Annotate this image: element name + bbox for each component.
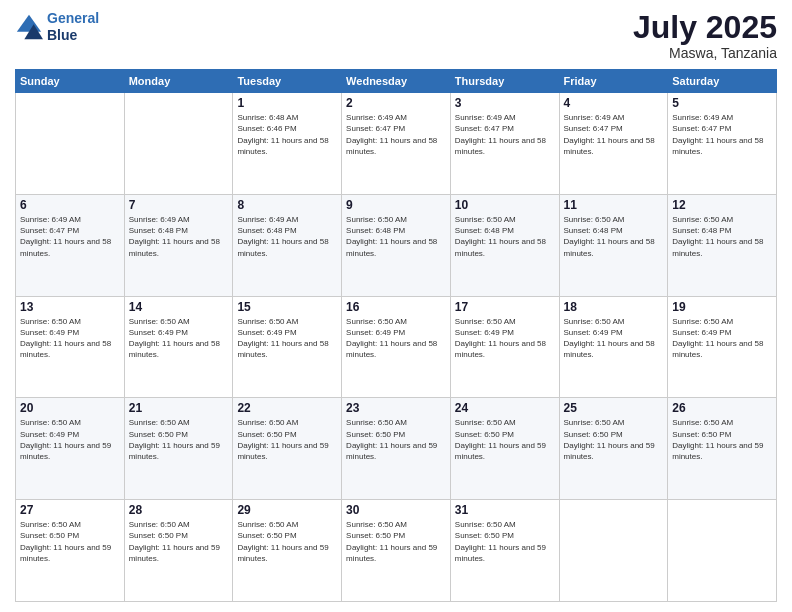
table-row: 19Sunrise: 6:50 AM Sunset: 6:49 PM Dayli… [668,296,777,398]
calendar-week-3: 20Sunrise: 6:50 AM Sunset: 6:49 PM Dayli… [16,398,777,500]
table-row: 23Sunrise: 6:50 AM Sunset: 6:50 PM Dayli… [342,398,451,500]
day-number: 24 [455,401,555,415]
day-info: Sunrise: 6:50 AM Sunset: 6:49 PM Dayligh… [20,316,120,361]
day-number: 30 [346,503,446,517]
location: Maswa, Tanzania [633,45,777,61]
day-number: 14 [129,300,229,314]
table-row: 9Sunrise: 6:50 AM Sunset: 6:48 PM Daylig… [342,194,451,296]
table-row: 28Sunrise: 6:50 AM Sunset: 6:50 PM Dayli… [124,500,233,602]
day-info: Sunrise: 6:50 AM Sunset: 6:50 PM Dayligh… [564,417,664,462]
svg-marker-0 [17,15,41,32]
day-info: Sunrise: 6:50 AM Sunset: 6:49 PM Dayligh… [20,417,120,462]
table-row: 15Sunrise: 6:50 AM Sunset: 6:49 PM Dayli… [233,296,342,398]
table-row: 24Sunrise: 6:50 AM Sunset: 6:50 PM Dayli… [450,398,559,500]
day-number: 20 [20,401,120,415]
table-row: 12Sunrise: 6:50 AM Sunset: 6:48 PM Dayli… [668,194,777,296]
table-row: 7Sunrise: 6:49 AM Sunset: 6:48 PM Daylig… [124,194,233,296]
logo-icon [15,13,43,41]
day-number: 18 [564,300,664,314]
day-info: Sunrise: 6:49 AM Sunset: 6:47 PM Dayligh… [346,112,446,157]
table-row: 26Sunrise: 6:50 AM Sunset: 6:50 PM Dayli… [668,398,777,500]
table-row: 27Sunrise: 6:50 AM Sunset: 6:50 PM Dayli… [16,500,125,602]
day-number: 23 [346,401,446,415]
day-info: Sunrise: 6:50 AM Sunset: 6:49 PM Dayligh… [672,316,772,361]
table-row: 11Sunrise: 6:50 AM Sunset: 6:48 PM Dayli… [559,194,668,296]
table-row: 16Sunrise: 6:50 AM Sunset: 6:49 PM Dayli… [342,296,451,398]
day-info: Sunrise: 6:50 AM Sunset: 6:50 PM Dayligh… [237,519,337,564]
table-row [124,93,233,195]
table-row: 8Sunrise: 6:49 AM Sunset: 6:48 PM Daylig… [233,194,342,296]
day-number: 25 [564,401,664,415]
day-info: Sunrise: 6:50 AM Sunset: 6:50 PM Dayligh… [455,417,555,462]
table-row: 18Sunrise: 6:50 AM Sunset: 6:49 PM Dayli… [559,296,668,398]
day-info: Sunrise: 6:49 AM Sunset: 6:48 PM Dayligh… [237,214,337,259]
table-row: 2Sunrise: 6:49 AM Sunset: 6:47 PM Daylig… [342,93,451,195]
day-number: 22 [237,401,337,415]
title-block: July 2025 Maswa, Tanzania [633,10,777,61]
day-number: 2 [346,96,446,110]
day-number: 13 [20,300,120,314]
day-info: Sunrise: 6:49 AM Sunset: 6:47 PM Dayligh… [20,214,120,259]
table-row: 13Sunrise: 6:50 AM Sunset: 6:49 PM Dayli… [16,296,125,398]
day-info: Sunrise: 6:49 AM Sunset: 6:48 PM Dayligh… [129,214,229,259]
day-number: 8 [237,198,337,212]
logo-text: General Blue [47,10,99,44]
day-info: Sunrise: 6:49 AM Sunset: 6:47 PM Dayligh… [455,112,555,157]
calendar-week-1: 6Sunrise: 6:49 AM Sunset: 6:47 PM Daylig… [16,194,777,296]
table-row [559,500,668,602]
calendar: Sunday Monday Tuesday Wednesday Thursday… [15,69,777,602]
day-info: Sunrise: 6:50 AM Sunset: 6:49 PM Dayligh… [564,316,664,361]
table-row: 25Sunrise: 6:50 AM Sunset: 6:50 PM Dayli… [559,398,668,500]
day-info: Sunrise: 6:50 AM Sunset: 6:48 PM Dayligh… [346,214,446,259]
day-info: Sunrise: 6:50 AM Sunset: 6:50 PM Dayligh… [455,519,555,564]
day-number: 27 [20,503,120,517]
table-row: 30Sunrise: 6:50 AM Sunset: 6:50 PM Dayli… [342,500,451,602]
day-number: 7 [129,198,229,212]
table-row: 10Sunrise: 6:50 AM Sunset: 6:48 PM Dayli… [450,194,559,296]
day-number: 31 [455,503,555,517]
table-row: 5Sunrise: 6:49 AM Sunset: 6:47 PM Daylig… [668,93,777,195]
day-number: 28 [129,503,229,517]
day-number: 16 [346,300,446,314]
col-thursday: Thursday [450,70,559,93]
table-row: 6Sunrise: 6:49 AM Sunset: 6:47 PM Daylig… [16,194,125,296]
day-info: Sunrise: 6:50 AM Sunset: 6:49 PM Dayligh… [346,316,446,361]
month-title: July 2025 [633,10,777,45]
day-info: Sunrise: 6:50 AM Sunset: 6:50 PM Dayligh… [237,417,337,462]
day-number: 11 [564,198,664,212]
table-row: 22Sunrise: 6:50 AM Sunset: 6:50 PM Dayli… [233,398,342,500]
day-info: Sunrise: 6:50 AM Sunset: 6:50 PM Dayligh… [129,519,229,564]
col-tuesday: Tuesday [233,70,342,93]
day-number: 15 [237,300,337,314]
calendar-week-2: 13Sunrise: 6:50 AM Sunset: 6:49 PM Dayli… [16,296,777,398]
day-info: Sunrise: 6:50 AM Sunset: 6:49 PM Dayligh… [129,316,229,361]
day-info: Sunrise: 6:50 AM Sunset: 6:49 PM Dayligh… [455,316,555,361]
day-number: 17 [455,300,555,314]
table-row: 29Sunrise: 6:50 AM Sunset: 6:50 PM Dayli… [233,500,342,602]
day-number: 1 [237,96,337,110]
day-info: Sunrise: 6:50 AM Sunset: 6:50 PM Dayligh… [20,519,120,564]
col-saturday: Saturday [668,70,777,93]
day-number: 3 [455,96,555,110]
page: General Blue July 2025 Maswa, Tanzania S… [0,0,792,612]
col-friday: Friday [559,70,668,93]
table-row: 14Sunrise: 6:50 AM Sunset: 6:49 PM Dayli… [124,296,233,398]
table-row: 31Sunrise: 6:50 AM Sunset: 6:50 PM Dayli… [450,500,559,602]
day-info: Sunrise: 6:50 AM Sunset: 6:50 PM Dayligh… [346,417,446,462]
table-row: 17Sunrise: 6:50 AM Sunset: 6:49 PM Dayli… [450,296,559,398]
header: General Blue July 2025 Maswa, Tanzania [15,10,777,61]
day-number: 12 [672,198,772,212]
col-monday: Monday [124,70,233,93]
col-wednesday: Wednesday [342,70,451,93]
day-number: 5 [672,96,772,110]
day-info: Sunrise: 6:49 AM Sunset: 6:47 PM Dayligh… [672,112,772,157]
table-row: 20Sunrise: 6:50 AM Sunset: 6:49 PM Dayli… [16,398,125,500]
day-info: Sunrise: 6:50 AM Sunset: 6:50 PM Dayligh… [672,417,772,462]
day-info: Sunrise: 6:50 AM Sunset: 6:48 PM Dayligh… [672,214,772,259]
day-number: 4 [564,96,664,110]
logo: General Blue [15,10,99,44]
day-number: 9 [346,198,446,212]
day-info: Sunrise: 6:48 AM Sunset: 6:46 PM Dayligh… [237,112,337,157]
table-row: 1Sunrise: 6:48 AM Sunset: 6:46 PM Daylig… [233,93,342,195]
table-row: 21Sunrise: 6:50 AM Sunset: 6:50 PM Dayli… [124,398,233,500]
